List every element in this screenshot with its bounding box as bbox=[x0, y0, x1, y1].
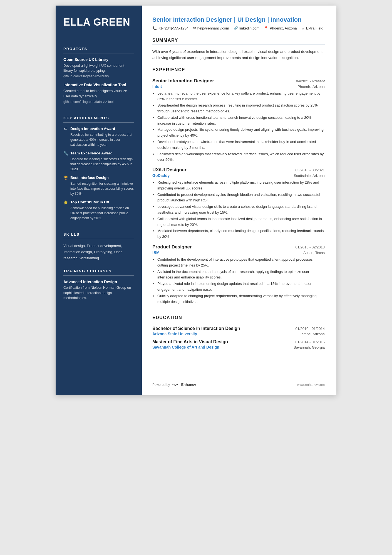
achievement-3: 🏆 Best Interface Design Earned recogniti… bbox=[63, 176, 134, 196]
exp-1-bullet-2: Spearheaded the design research process,… bbox=[157, 103, 325, 114]
extra-icon: ☆ bbox=[301, 26, 305, 30]
summary-section-title: SUMMARY bbox=[152, 38, 325, 43]
training-1-title: Advanced Interaction Design bbox=[63, 280, 134, 284]
main-content: Senior Interaction Designer | UI Design … bbox=[142, 6, 336, 395]
project-item-2: Interactive Data Visualization Tool Crea… bbox=[63, 83, 134, 104]
exp-1-company-row: Intuit Phoenix, Arizona bbox=[152, 84, 325, 89]
edu-2-school-row: Savannah College of Art and Design Savan… bbox=[152, 345, 325, 349]
achievements-title: KEY ACHIEVEMENTS bbox=[63, 116, 134, 120]
email-text: help@enhancv.com bbox=[197, 26, 229, 30]
location-icon: 📍 bbox=[264, 26, 268, 30]
exp-3-bullet-1: Contributed to the development of intera… bbox=[157, 257, 325, 268]
projects-title: PROJECTS bbox=[63, 47, 134, 51]
edu-1-school-row: Arizona State University Tempe, Arizona bbox=[152, 332, 325, 336]
candidate-name: ELLA GREEN bbox=[63, 17, 134, 28]
exp-2-bullet-5: Mediated between departments, clearly co… bbox=[157, 228, 325, 240]
achievement-4-desc: Acknowledged for publishing articles on … bbox=[63, 206, 134, 221]
contact-email: ✉ help@enhancv.com bbox=[193, 26, 229, 30]
exp-3-job-title: Product Designer bbox=[152, 244, 192, 250]
skills-divider bbox=[63, 239, 134, 239]
exp-2-bullets: Redesigned key interface elements across… bbox=[152, 180, 325, 240]
resume-container: ELLA GREEN PROJECTS Open Source UX Libra… bbox=[56, 6, 336, 395]
achievement-2-title: Team Excellence Award bbox=[70, 151, 113, 155]
skills-title: SKILLS bbox=[63, 232, 134, 236]
exp-1-dates: 04/2021 - Present bbox=[296, 79, 325, 83]
project-2-link: github.com/ellagreen/data-viz-tool bbox=[63, 100, 134, 104]
exp-1-bullet-1: Led a team to revamp the user experience… bbox=[157, 91, 325, 102]
exp-2-job-title: UX/UI Designer bbox=[152, 167, 187, 173]
projects-divider bbox=[63, 53, 134, 53]
project-1-title: Open Source UX Library bbox=[63, 57, 134, 62]
achievement-2: 🔧 Team Excellence Award Honored for lead… bbox=[63, 151, 134, 172]
powered-by-text: Powered by bbox=[152, 383, 170, 387]
achievement-4: ⭐ Top Contributor in UX Acknowledged for… bbox=[63, 200, 134, 221]
training-divider bbox=[63, 275, 134, 276]
exp-1-header: Senior Interaction Designer 04/2021 - Pr… bbox=[152, 78, 325, 84]
exp-2-location: Scottsdale, Arizona bbox=[294, 174, 325, 178]
achievement-2-header: 🔧 Team Excellence Award bbox=[63, 151, 134, 156]
achievement-4-header: ⭐ Top Contributor in UX bbox=[63, 200, 134, 204]
exp-3-company-row: IBM Austin, Texas bbox=[152, 250, 325, 255]
footer-logo-text: Enhancv bbox=[181, 383, 196, 387]
contact-extra: ☆ Extra Field bbox=[301, 26, 323, 30]
contact-row: 📞 +1-(234)-555-1234 ✉ help@enhancv.com 🔗… bbox=[152, 26, 325, 30]
achievement-3-title: Best Interface Design bbox=[70, 176, 109, 180]
education-divider bbox=[152, 322, 325, 322]
edu-2-school: Savannah College of Art and Design bbox=[152, 345, 219, 349]
experience-section-title: EXPERIENCE bbox=[152, 67, 325, 72]
education-item-1: Bachelor of Science in Interaction Desig… bbox=[152, 326, 325, 339]
enhancv-logo-icon bbox=[172, 383, 179, 387]
project-item-1: Open Source UX Library Developed a light… bbox=[63, 57, 134, 78]
skills-section: SKILLS Visual design, Product developmen… bbox=[63, 225, 134, 261]
experience-divider bbox=[152, 74, 325, 74]
edu-2-header: Master of Fine Arts in Visual Design 01/… bbox=[152, 339, 325, 344]
exp-3-bullet-3: Played a pivotal role in implementing de… bbox=[157, 281, 325, 293]
exp-3-company: IBM bbox=[152, 250, 160, 255]
exp-3-bullets: Contributed to the development of intera… bbox=[152, 257, 325, 305]
achievement-1-title: Design Innovation Award bbox=[70, 127, 115, 131]
exp-2-bullet-2: Contributed to product development cycle… bbox=[157, 192, 325, 204]
exp-2-bullet-3: Leveraged advanced visual design skills … bbox=[157, 204, 325, 216]
extra-text: Extra Field bbox=[306, 26, 323, 30]
exp-2-bullet-1: Redesigned key interface elements across… bbox=[157, 180, 325, 191]
exp-1-company: Intuit bbox=[152, 84, 162, 89]
project-1-desc: Developed a lightweight UX component lib… bbox=[63, 63, 134, 74]
linkedin-text: linkedin.com bbox=[239, 26, 259, 30]
exp-2-company: GoDaddy bbox=[152, 173, 170, 178]
exp-2-bullet-4: Collaborated with global teams to incorp… bbox=[157, 216, 325, 228]
edu-1-location: Tempe, Arizona bbox=[300, 332, 325, 336]
summary-divider bbox=[152, 45, 325, 45]
contact-phone: 📞 +1-(234)-555-1234 bbox=[152, 26, 188, 30]
exp-1-bullet-3: Collaborated with cross-functional teams… bbox=[157, 115, 325, 127]
exp-3-bullet-2: Assisted in the documentation and analys… bbox=[157, 269, 325, 281]
exp-3-header: Product Designer 01/2015 - 02/2018 bbox=[152, 244, 325, 250]
exp-3-location: Austin, Texas bbox=[303, 251, 325, 255]
education-item-2: Master of Fine Arts in Visual Design 01/… bbox=[152, 339, 325, 353]
footer-bar: Powered by Enhancv www.enhancv.com bbox=[152, 378, 325, 387]
exp-2-dates: 03/2018 - 03/2021 bbox=[295, 168, 325, 172]
edu-1-header: Bachelor of Science in Interaction Desig… bbox=[152, 326, 325, 331]
achievement-3-desc: Earned recognition for creating an intui… bbox=[63, 181, 134, 196]
experience-item-1: Senior Interaction Designer 04/2021 - Pr… bbox=[152, 78, 325, 167]
achievement-4-icon: ⭐ bbox=[63, 200, 68, 204]
project-1-link: github.com/ellagreen/ux-library bbox=[63, 74, 134, 78]
achievement-2-desc: Honored for leading a successful redesig… bbox=[63, 157, 134, 172]
phone-text: +1-(234)-555-1234 bbox=[158, 26, 188, 30]
education-section-title: EDUCATION bbox=[152, 315, 325, 320]
exp-1-job-title: Senior Interaction Designer bbox=[152, 78, 214, 84]
edu-2-dates: 01/2014 - 01/2016 bbox=[295, 340, 325, 344]
training-section: TRAINING / COURSES Advanced Interaction … bbox=[63, 261, 134, 301]
edu-2-location: Savannah, Georgia bbox=[294, 345, 325, 349]
phone-icon: 📞 bbox=[152, 26, 157, 30]
achievement-1-icon: 🏷 bbox=[63, 127, 68, 131]
achievement-4-title: Top Contributor in UX bbox=[70, 200, 109, 204]
edu-1-school: Arizona State University bbox=[152, 332, 197, 336]
linkedin-icon: 🔗 bbox=[234, 26, 238, 30]
exp-1-location: Phoenix, Arizona bbox=[297, 85, 325, 89]
main-headline: Senior Interaction Designer | UI Design … bbox=[152, 16, 325, 23]
exp-3-bullet-4: Quickly adapted to changing project requ… bbox=[157, 293, 325, 305]
contact-location: 📍 Phoenix, Arizona bbox=[264, 26, 297, 30]
exp-1-bullet-6: Facilitated design workshops that creati… bbox=[157, 151, 325, 163]
exp-3-dates: 01/2015 - 02/2018 bbox=[295, 245, 325, 249]
experience-item-3: Product Designer 01/2015 - 02/2018 IBM A… bbox=[152, 244, 325, 309]
